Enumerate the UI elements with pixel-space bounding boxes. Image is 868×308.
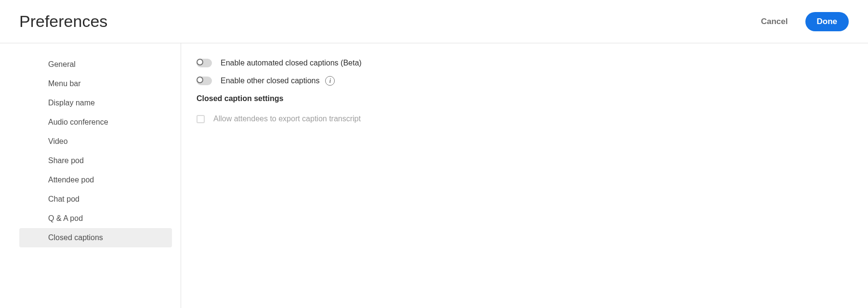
sidebar-item-label: Share pod [48, 156, 84, 165]
toggle-knob [197, 59, 203, 65]
body: General Menu bar Display name Audio conf… [0, 43, 868, 308]
toggle-label-other-captions: Enable other closed captions [221, 77, 319, 85]
checkbox-row-export-transcript: Allow attendees to export caption transc… [197, 115, 853, 123]
sidebar: General Menu bar Display name Audio conf… [0, 43, 181, 308]
sidebar-item-label: Attendee pod [48, 176, 94, 184]
sidebar-item-chat-pod[interactable]: Chat pod [19, 190, 172, 209]
closed-caption-settings-heading: Closed caption settings [197, 94, 853, 103]
sidebar-item-label: General [48, 60, 76, 68]
done-button[interactable]: Done [805, 12, 849, 31]
sidebar-item-general[interactable]: General [19, 55, 172, 74]
sidebar-item-share-pod[interactable]: Share pod [19, 151, 172, 170]
sidebar-item-display-name[interactable]: Display name [19, 93, 172, 113]
sidebar-item-label: Video [48, 137, 68, 145]
toggle-other-captions[interactable] [197, 77, 212, 85]
toggle-label-automated-captions: Enable automated closed captions (Beta) [221, 59, 362, 67]
sidebar-item-attendee-pod[interactable]: Attendee pod [19, 170, 172, 190]
sidebar-item-video[interactable]: Video [19, 132, 172, 151]
page-title: Preferences [19, 12, 107, 31]
sidebar-item-label: Audio conference [48, 118, 108, 126]
header: Preferences Cancel Done [0, 0, 868, 43]
header-actions: Cancel Done [755, 12, 849, 31]
sidebar-item-menu-bar[interactable]: Menu bar [19, 74, 172, 93]
sidebar-item-label: Closed captions [48, 233, 103, 242]
toggle-row-other-captions: Enable other closed captions i [197, 76, 853, 86]
toggle-row-automated-captions: Enable automated closed captions (Beta) [197, 59, 853, 67]
sidebar-item-label: Q & A pod [48, 214, 83, 222]
sidebar-item-qa-pod[interactable]: Q & A pod [19, 209, 172, 228]
sidebar-item-label: Chat pod [48, 195, 79, 203]
sidebar-item-closed-captions[interactable]: Closed captions [19, 228, 172, 247]
sidebar-item-label: Display name [48, 99, 95, 107]
toggle-knob [197, 77, 203, 83]
content-panel: Enable automated closed captions (Beta) … [181, 43, 868, 308]
checkbox-label-export-transcript: Allow attendees to export caption transc… [213, 115, 361, 123]
checkbox-export-transcript[interactable] [197, 115, 205, 123]
info-icon[interactable]: i [325, 76, 335, 86]
cancel-button[interactable]: Cancel [755, 13, 794, 30]
toggle-automated-captions[interactable] [197, 59, 212, 67]
sidebar-item-label: Menu bar [48, 79, 81, 88]
sidebar-item-audio-conference[interactable]: Audio conference [19, 113, 172, 132]
